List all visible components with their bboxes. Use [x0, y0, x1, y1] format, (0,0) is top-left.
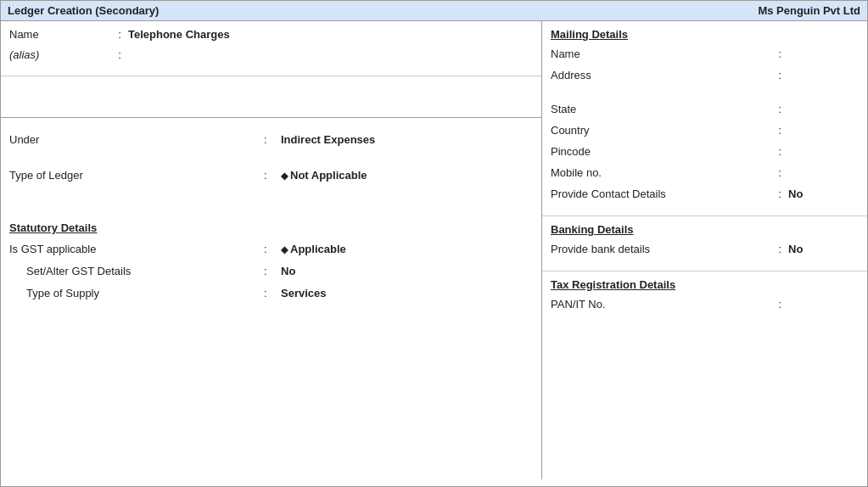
gst-colon: :	[264, 243, 281, 255]
state-colon: :	[771, 103, 788, 115]
supply-value[interactable]: Services	[281, 287, 533, 299]
name-value[interactable]: Telephone Charges	[128, 28, 533, 41]
under-colon: :	[264, 133, 281, 146]
left-panel: Name : Telephone Charges (alias) : Under…	[1, 21, 542, 479]
banking-heading: Banking Details	[551, 223, 859, 236]
mobile-label: Mobile no.	[551, 166, 771, 179]
spacer-top	[1, 76, 541, 110]
state-label: State	[551, 103, 771, 115]
type-ledger-row: Type of Ledger : ◆Not Applicable	[9, 169, 533, 188]
banking-section: Banking Details Provide bank details : N…	[542, 216, 867, 271]
separator-line	[1, 117, 541, 118]
under-value[interactable]: Indirect Expenses	[281, 133, 533, 146]
pincode-colon: :	[771, 145, 788, 158]
type-colon: :	[264, 169, 281, 182]
supply-colon: :	[264, 287, 281, 299]
mailing-address-colon: :	[771, 69, 788, 81]
gst-label: Is GST applicable	[9, 243, 264, 255]
right-panel: Mailing Details Name : Address : State :	[542, 21, 867, 479]
type-label: Type of Ledger	[9, 169, 264, 182]
country-colon: :	[771, 124, 788, 137]
country-row: Country :	[551, 124, 859, 141]
mailing-address-label: Address	[551, 69, 771, 81]
set-alter-colon: :	[264, 265, 281, 277]
supply-row: Type of Supply : Services	[9, 287, 533, 304]
gst-diamond-icon: ◆	[281, 244, 288, 255]
country-label: Country	[551, 124, 771, 137]
content-area: Name : Telephone Charges (alias) : Under…	[1, 21, 867, 479]
tax-section: Tax Registration Details PAN/IT No. :	[542, 271, 867, 326]
set-alter-label: Set/Alter GST Details	[9, 265, 264, 277]
mailing-address-row: Address :	[551, 69, 859, 86]
mailing-name-colon: :	[771, 48, 788, 60]
bank-value[interactable]: No	[788, 243, 859, 255]
tax-heading: Tax Registration Details	[551, 278, 859, 291]
supply-label: Type of Supply	[9, 287, 264, 299]
type-value[interactable]: ◆Not Applicable	[281, 169, 533, 182]
alias-colon: :	[111, 48, 128, 61]
mobile-colon: :	[771, 166, 788, 179]
contact-row: Provide Contact Details : No	[551, 188, 859, 204]
pincode-row: Pincode :	[551, 145, 859, 162]
page-title: Ledger Creation (Secondary)	[8, 4, 159, 17]
contact-colon: :	[771, 188, 788, 200]
set-alter-row: Set/Alter GST Details : No	[9, 265, 533, 282]
under-row: Under : Indirect Expenses	[9, 133, 533, 152]
page-wrapper: Ledger Creation (Secondary) Ms Penguin P…	[0, 0, 868, 487]
under-label: Under	[9, 133, 264, 146]
pincode-label: Pincode	[551, 145, 771, 158]
mobile-row: Mobile no. :	[551, 166, 859, 183]
address-spacer	[551, 90, 859, 103]
set-alter-value[interactable]: No	[281, 265, 533, 277]
pan-label: PAN/IT No.	[551, 298, 771, 311]
mailing-section: Mailing Details Name : Address : State :	[542, 21, 867, 216]
header: Ledger Creation (Secondary) Ms Penguin P…	[1, 1, 867, 21]
gst-value[interactable]: ◆Applicable	[281, 243, 533, 255]
pan-colon: :	[771, 298, 788, 311]
statutory-heading: Statutory Details	[9, 221, 533, 234]
name-label: Name	[9, 28, 111, 41]
diamond-icon: ◆	[281, 171, 288, 181]
mailing-heading: Mailing Details	[551, 28, 859, 41]
state-row: State :	[551, 103, 859, 120]
company-name: Ms Penguin Pvt Ltd	[758, 4, 860, 17]
name-section: Name : Telephone Charges (alias) :	[1, 21, 541, 76]
bank-row: Provide bank details : No	[551, 243, 859, 260]
alias-row: (alias) :	[9, 48, 533, 65]
statutory-section: Statutory Details Is GST applicable : ◆A…	[1, 221, 541, 304]
gst-row: Is GST applicable : ◆Applicable	[9, 243, 533, 260]
name-row: Name : Telephone Charges	[9, 28, 533, 45]
mailing-name-row: Name :	[551, 48, 859, 64]
pan-row: PAN/IT No. :	[551, 298, 859, 315]
contact-label: Provide Contact Details	[551, 188, 771, 200]
contact-value[interactable]: No	[788, 188, 859, 200]
bank-colon: :	[771, 243, 788, 255]
name-colon: :	[111, 28, 128, 41]
bank-label: Provide bank details	[551, 243, 771, 255]
mailing-name-label: Name	[551, 48, 771, 60]
main-fields: Under : Indirect Expenses Type of Ledger…	[1, 125, 541, 213]
alias-label: (alias)	[9, 48, 111, 61]
